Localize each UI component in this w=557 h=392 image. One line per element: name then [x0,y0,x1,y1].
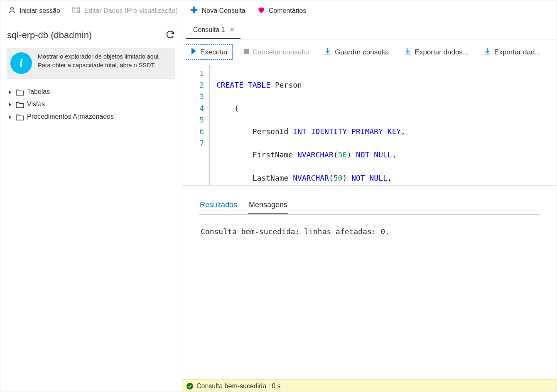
info-banner: i Mostrar o explorador de objetos limita… [7,48,175,79]
tree-label: Tabelas [27,88,50,96]
new-query-button[interactable]: Nova Consulta [189,5,245,16]
line-gutter: 1 2 3 4 5 6 7 [182,65,215,185]
save-query-button[interactable]: Guardar consulta [320,45,393,59]
edit-data-label: Editar Dados (Pré-visualização) [84,7,178,15]
folder-icon [15,88,24,95]
tab-query1[interactable]: Consulta 1 ✕ [186,22,240,39]
feedback-label: Comentários [269,7,307,15]
sign-in-button[interactable]: Iniciar sessão [8,6,60,16]
sql-editor[interactable]: 1 2 3 4 5 6 7 CREATE TABLE Person ( Pers… [182,65,557,186]
plus-icon [189,5,199,16]
heart-icon [257,6,265,16]
messages-output: Consulta bem-sucedida: linhas afetadas: … [199,215,540,379]
tree-item-views[interactable]: Vistas [7,98,175,110]
status-bar: Consulta bem-sucedida | 0 s [182,379,557,392]
tab-results[interactable]: Resultados [199,198,238,214]
object-explorer-sidebar: sql-erp-db (dbadmin) i Mostrar o explora… [0,21,182,392]
save-label: Guardar consulta [335,48,389,56]
feedback-button[interactable]: Comentários [257,6,307,16]
run-label: Executar [200,48,228,56]
code-content[interactable]: CREATE TABLE Person ( PersonId INT IDENT… [215,65,405,185]
svg-point-0 [11,7,14,10]
caret-right-icon [8,115,12,119]
run-button[interactable]: Executar [186,44,233,60]
download-icon [404,47,412,57]
success-check-icon [186,383,193,390]
sign-in-label: Iniciar sessão [20,7,60,15]
object-tree: Tabelas Vistas Procedimentos Armazenados [7,86,175,123]
table-edit-icon [72,6,81,16]
result-tabs: Resultados Mensagens [199,198,540,215]
tree-item-tables[interactable]: Tabelas [7,86,175,98]
tree-label: Vistas [27,100,45,108]
tab-messages[interactable]: Mensagens [248,198,288,214]
tab-label: Consulta 1 [193,26,225,34]
cancel-label: Cancelar consulta [253,48,309,56]
close-icon[interactable]: ✕ [229,26,235,34]
folder-icon [15,101,24,108]
svg-rect-7 [244,49,249,54]
play-icon [190,47,197,57]
edit-data-button[interactable]: Editar Dados (Pré-visualização) [72,6,178,16]
download-icon [324,47,331,57]
caret-right-icon [8,90,12,94]
tree-label: Procedimentos Armazenados [27,113,114,120]
export-label: Exportar dados... [415,48,469,56]
db-header: sql-erp-db (dbadmin) [7,27,175,48]
info-text: Mostrar o explorador de objetos limitado… [38,52,170,74]
caret-right-icon [8,102,12,106]
download-icon [483,47,491,57]
new-query-label: Nova Consulta [202,7,245,15]
stop-icon [243,48,249,56]
export-data-button[interactable]: Exportar dados... [400,45,473,59]
export-data-button-2[interactable]: Exportar dad... [479,45,545,59]
top-toolbar: Iniciar sessão Editar Dados (Pré-visuali… [0,0,557,21]
folder-icon [15,113,24,120]
status-text: Consulta bem-sucedida | 0 s [196,382,280,390]
database-name: sql-erp-db (dbadmin) [7,30,92,41]
editor-pane: Consulta 1 ✕ Executar Cancelar consulta … [182,21,557,392]
tree-item-sprocs[interactable]: Procedimentos Armazenados [7,110,175,123]
tab-bar: Consulta 1 ✕ [182,21,557,39]
results-pane: Resultados Mensagens Consulta bem-sucedi… [182,186,557,379]
query-toolbar: Executar Cancelar consulta Guardar consu… [182,39,557,65]
person-icon [8,6,16,16]
cancel-button[interactable]: Cancelar consulta [239,46,313,59]
export-label-2: Exportar dad... [494,48,541,56]
info-icon: i [10,52,32,74]
refresh-button[interactable] [165,29,175,41]
